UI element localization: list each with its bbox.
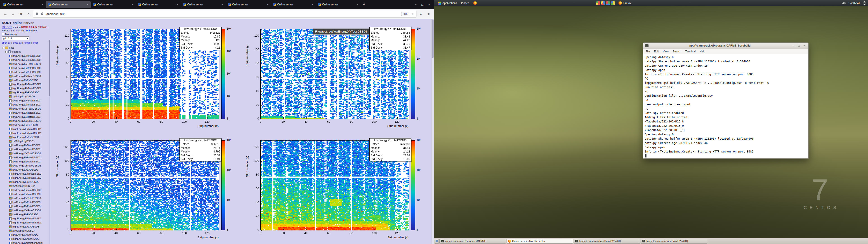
tree-item[interactable]: highEnergyExEyDSSD1	[2, 135, 48, 139]
tree-item[interactable]: lowEnergyEyTotalDSSD1	[2, 102, 48, 106]
browser-tab[interactable]: Online server×	[91, 1, 135, 8]
taskbar-window-button[interactable]: [npg@carme-gsi:/TapeData/G22-201]	[574, 239, 640, 244]
tree-action-clear[interactable]: clear	[33, 41, 38, 44]
terminal-minimize-button[interactable]: −	[792, 44, 795, 48]
tree-item[interactable]: lowEnergyExTotalDSSD2	[2, 143, 48, 147]
tree-item[interactable]: highEnergyEyTotalDSSD1	[2, 131, 48, 135]
tree-item[interactable]: lowEnergyEyTotalDSSD0	[2, 58, 48, 62]
bookmark-star-icon[interactable]: ☆	[411, 12, 414, 16]
lock-icon[interactable]	[40, 12, 44, 16]
tab-close-icon[interactable]: ×	[356, 3, 359, 6]
active-window-indicator[interactable]: Firefox	[618, 1, 631, 5]
applications-menu[interactable]: Applications	[436, 0, 459, 6]
clock[interactable]: Sat 07:41	[848, 2, 860, 5]
browser-tab[interactable]: Online server×	[181, 1, 225, 8]
monitoring-checkbox[interactable]	[2, 33, 4, 35]
color-scale[interactable]	[411, 29, 415, 119]
tab-close-icon[interactable]: ×	[266, 3, 269, 6]
terminal-menu-search[interactable]: Search	[673, 50, 681, 53]
tree-item[interactable]: highEnergyEyTotalDSSD2	[2, 176, 48, 180]
tree-item[interactable]: lowEnergyEyTotalDSSD2	[2, 147, 48, 151]
tree-item[interactable]: xyMultiplicityDSSD2	[2, 184, 48, 188]
expander-icon[interactable]: −	[2, 47, 4, 49]
terminal-close-button[interactable]: ×	[803, 44, 807, 48]
places-menu[interactable]: Places	[459, 0, 471, 6]
tree-item[interactable]: lowEnergyChannelADC	[2, 233, 48, 237]
tree-item[interactable]: lowEnergyEyRateDSSD3	[2, 204, 48, 208]
tree-item[interactable]: lowEnergyExRateDSSD3	[2, 200, 48, 204]
terminal-window[interactable]: npg@carme-gsi:~/Programs/CARME_Sort/buil…	[643, 42, 809, 159]
terminal-titlebar[interactable]: npg@carme-gsi:~/Programs/CARME_Sort/buil…	[643, 43, 808, 49]
firefox-launcher[interactable]	[471, 0, 479, 6]
tree-item[interactable]: lowEnergyExTotalDSSD1	[2, 98, 48, 102]
terminal-menu-file[interactable]: File	[646, 50, 650, 53]
browser-tab[interactable]: Online server×	[226, 1, 271, 8]
terminal-menu-edit[interactable]: Edit	[654, 50, 659, 53]
layout-select[interactable]: grid 2x2 ▾	[2, 36, 29, 40]
user-menu-icon[interactable]	[863, 1, 866, 5]
tree-item[interactable]: lowEnergyExEyDSSD1	[2, 123, 48, 127]
page-scrollbar[interactable]	[431, 19, 434, 244]
color-scale[interactable]	[411, 140, 415, 230]
browser-tab[interactable]: Online server×	[136, 1, 181, 8]
tree-item[interactable]: lowEnergyExEyDSSD2	[2, 167, 48, 172]
tree-item[interactable]: highEnergyEyTotalDSSD0	[2, 86, 48, 90]
expander-icon[interactable]: −	[5, 51, 7, 53]
tray-icon-3[interactable]	[606, 1, 610, 5]
home-button[interactable]: ⌂	[25, 11, 32, 17]
tree-item[interactable]: highEnergyEyTotalDSSD3	[2, 220, 48, 224]
browser-tab[interactable]: Online server×	[46, 1, 91, 8]
tree-item[interactable]: highEnergyExEyDSSD3	[2, 224, 48, 228]
browser-tab[interactable]: Online server×	[1, 1, 46, 8]
new-tab-button[interactable]: +	[361, 2, 368, 7]
jsroot-link[interactable]: JSROOT	[2, 26, 12, 28]
back-button[interactable]: ←	[2, 11, 8, 17]
stats-box[interactable]: lowEnergyXYTotalDSSD1 Entries146053Mean …	[369, 27, 411, 50]
tree-item[interactable]: lowEnergyExTotalDSSD3	[2, 188, 48, 192]
tree-item[interactable]: lowEnergyExEyDSSD3	[2, 212, 48, 216]
tree-item[interactable]: xyMultiplicityDSSD0	[2, 94, 48, 98]
tree-item[interactable]: lowEnergyXYRateDSSD3	[2, 208, 48, 212]
shield-icon[interactable]	[35, 12, 39, 16]
tab-close-icon[interactable]: ×	[41, 3, 44, 6]
tree-action-close-all[interactable]: close all	[13, 41, 22, 44]
color-scale[interactable]	[221, 140, 225, 230]
browser-tab[interactable]: Online server×	[316, 1, 361, 8]
url-bar[interactable]: localhost:8085 50% ☆	[33, 10, 416, 18]
tab-close-icon[interactable]: ×	[221, 3, 224, 6]
tree-item[interactable]: lowEnergyExRateDSSD1	[2, 111, 48, 115]
color-scale[interactable]	[221, 29, 225, 119]
tree-item[interactable]: highEnergyChannelADC	[2, 237, 48, 241]
tree-parent-item[interactable]: −Files	[2, 45, 48, 50]
overflow-button[interactable]: »	[418, 11, 424, 17]
tree-item[interactable]: lowEnergyXYTotalDSSD2	[2, 151, 48, 155]
tree-item[interactable]: lowEnergyEyRateDSSD1	[2, 115, 48, 119]
json-link[interactable]: json	[16, 29, 20, 32]
tab-close-icon[interactable]: ×	[131, 3, 134, 6]
reload-button[interactable]: ↻	[18, 11, 24, 17]
tree-item[interactable]: lowEnergyXYRateDSSD1	[2, 119, 48, 123]
scrollbar-thumb[interactable]	[49, 40, 50, 96]
tree-item[interactable]: highEnergyExTotalDSSD2	[2, 172, 48, 176]
terminal-maximize-button[interactable]: □	[797, 44, 801, 48]
tree-item[interactable]: highEnergyExTotalDSSD3	[2, 216, 48, 220]
menu-button[interactable]: ≡	[426, 11, 432, 17]
url-text[interactable]: localhost:8085	[46, 12, 399, 16]
tab-close-icon[interactable]: ×	[311, 3, 314, 6]
tree-item[interactable]: highEnergyExTotalDSSD0	[2, 82, 48, 86]
tree-item[interactable]: lowEnergyEyRateDSSD2	[2, 159, 48, 163]
tray-icon-2[interactable]	[601, 1, 605, 5]
terminal-menu-view[interactable]: View	[663, 50, 669, 53]
show-desktop-button[interactable]	[435, 239, 439, 244]
tree-item[interactable]: lowEnergyExRateDSSD2	[2, 155, 48, 159]
tree-item[interactable]: xyMultiplicityDSSD3	[2, 228, 48, 233]
zoom-level-badge[interactable]: 50%	[401, 12, 409, 16]
window-close-button[interactable]: ×	[428, 3, 430, 6]
terminal-menu-terminal[interactable]: Terminal	[685, 50, 695, 53]
tree-action-reload[interactable]: reload	[24, 41, 31, 44]
taskbar-window-button[interactable]: [npg@carme-gsi:/TapeData/G22-201]	[641, 239, 707, 244]
tray-icon-4[interactable]	[611, 1, 615, 5]
tree-action-open-all[interactable]: open all	[2, 41, 11, 44]
scrollbar-thumb[interactable]	[432, 20, 434, 58]
forward-button[interactable]: →	[10, 11, 16, 17]
